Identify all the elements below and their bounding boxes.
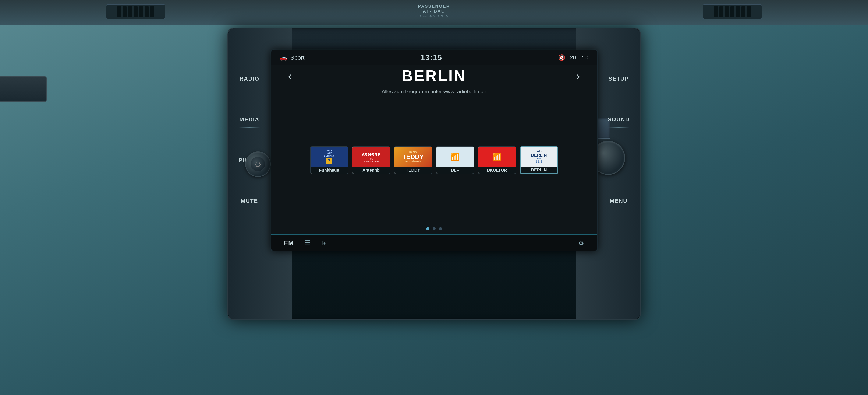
power-knob[interactable]: ⏻ bbox=[245, 151, 271, 177]
left-vent bbox=[106, 4, 165, 19]
teddy-label: TEDDY bbox=[395, 167, 432, 173]
preset-teddy[interactable]: RADIO TEDDY Das Familienradio TEDDY bbox=[394, 146, 432, 174]
sound-button[interactable]: SOUND bbox=[606, 114, 632, 129]
funkhaus-logo: FUNK HAUS EUROPA 7 bbox=[311, 147, 348, 167]
vent-slot bbox=[725, 6, 729, 17]
vent-slot bbox=[736, 6, 740, 17]
station-info-text: Alles zum Programm unter www.radioberlin… bbox=[382, 89, 487, 94]
list-view-icon[interactable]: ☰ bbox=[305, 239, 311, 247]
funkhaus-label: Funkhaus bbox=[311, 167, 348, 173]
preset-antennb[interactable]: antenne rbb BRANDENBURG Antennb bbox=[352, 146, 390, 174]
status-bar: 🚗 Sport 13:15 🔇 20.5 °C bbox=[271, 50, 597, 65]
right-vent bbox=[703, 4, 762, 19]
vent-slot bbox=[117, 6, 121, 17]
current-station-name: BERLIN bbox=[402, 67, 466, 84]
next-station-button[interactable]: › bbox=[572, 67, 584, 84]
dot-2[interactable] bbox=[433, 227, 436, 230]
right-button-panel: SETUP SOUND CAR MENU bbox=[602, 60, 636, 219]
dot-3[interactable] bbox=[439, 227, 442, 230]
divider bbox=[239, 87, 260, 87]
dkultur-label: DKULTUR bbox=[478, 167, 516, 173]
dlf-logo: 📶 bbox=[436, 147, 474, 167]
dot-1[interactable] bbox=[426, 227, 429, 230]
car-status-icon: 🚗 bbox=[280, 54, 287, 61]
left-button-panel: RADIO MEDIA ⏻ PHONE MUTE bbox=[232, 60, 267, 219]
preset-funkhaus[interactable]: FUNK HAUS EUROPA 7 Funkhaus bbox=[310, 146, 348, 174]
power-knob-inner[interactable]: ⏻ bbox=[251, 157, 266, 172]
status-right: 🔇 20.5 °C bbox=[558, 54, 588, 61]
teddy-logo: RADIO TEDDY Das Familienradio bbox=[395, 147, 432, 167]
preset-dkultur[interactable]: 📶 DKULTUR bbox=[478, 146, 516, 174]
airbag-label: PASSENGER AIR BAG OFF ⚙ ✕ ON ⊘ bbox=[418, 4, 450, 18]
volume-icon: 🔇 bbox=[558, 54, 565, 61]
toolbar-left: FM ☰ ⊞ bbox=[284, 239, 327, 247]
vent-slot bbox=[747, 6, 751, 17]
clock-display: 13:15 bbox=[421, 53, 442, 62]
preset-dlf[interactable]: 📶 DLF bbox=[436, 146, 474, 174]
prev-station-button[interactable]: ‹ bbox=[284, 67, 296, 84]
dkultur-logo: 📶 bbox=[478, 147, 516, 167]
radio-button[interactable]: RADIO bbox=[238, 74, 261, 88]
presets-area: FUNK HAUS EUROPA 7 Funkhaus antenne rbb … bbox=[271, 97, 597, 223]
presets-grid: FUNK HAUS EUROPA 7 Funkhaus antenne rbb … bbox=[310, 146, 558, 174]
vent-slot bbox=[730, 6, 735, 17]
divider bbox=[608, 87, 629, 87]
temperature-display: 20.5 °C bbox=[570, 54, 588, 61]
airbag-status: OFF ⚙ ✕ ON ⊘ bbox=[418, 15, 450, 18]
media-button[interactable]: MEDIA bbox=[238, 114, 261, 129]
mute-button[interactable]: MUTE bbox=[239, 196, 260, 206]
toolbar-right: ⚙ bbox=[578, 239, 584, 247]
antennb-logo: antenne rbb BRANDENBURG bbox=[352, 147, 390, 167]
vent-slot bbox=[139, 6, 143, 17]
band-selector[interactable]: FM bbox=[284, 239, 294, 247]
setup-button[interactable]: SETUP bbox=[606, 74, 631, 88]
vent-slot bbox=[714, 6, 718, 17]
screen-content: 🚗 Sport 13:15 🔇 20.5 °C ‹ BERLIN › Alles… bbox=[271, 50, 597, 251]
antennb-label: Antennb bbox=[352, 167, 390, 173]
settings-icon[interactable]: ⚙ bbox=[578, 239, 584, 247]
vent-slot bbox=[123, 6, 127, 17]
grid-view-icon[interactable]: ⊞ bbox=[321, 239, 327, 247]
berlin-logo: radio BERLIN rbb 88.8 bbox=[521, 147, 557, 167]
infotainment-screen: 🚗 Sport 13:15 🔇 20.5 °C ‹ BERLIN › Alles… bbox=[271, 50, 597, 251]
dlf-label: DLF bbox=[436, 167, 474, 173]
infotainment-unit: RADIO MEDIA ⏻ PHONE MUTE SETUP SOUND bbox=[227, 28, 641, 320]
vent-slot bbox=[145, 6, 149, 17]
top-dashboard-area: PASSENGER AIR BAG OFF ⚙ ✕ ON ⊘ bbox=[0, 0, 868, 25]
vent-slot bbox=[741, 6, 745, 17]
vent-slot bbox=[719, 6, 723, 17]
turn-signal-stalk bbox=[0, 76, 46, 102]
pagination-dots bbox=[271, 223, 597, 234]
preset-berlin[interactable]: radio BERLIN rbb 88.8 BERLIN bbox=[520, 146, 558, 174]
menu-button[interactable]: MENU bbox=[608, 196, 630, 206]
bottom-toolbar: FM ☰ ⊞ ⚙ bbox=[271, 235, 597, 251]
status-left: 🚗 Sport bbox=[280, 54, 305, 61]
divider bbox=[608, 127, 629, 128]
vent-slot bbox=[128, 6, 132, 17]
vent-slot bbox=[133, 6, 138, 17]
divider bbox=[239, 127, 260, 128]
berlin-label: BERLIN bbox=[521, 167, 557, 173]
vent-slot bbox=[150, 6, 154, 17]
drive-mode-label: Sport bbox=[290, 54, 305, 61]
power-icon: ⏻ bbox=[255, 161, 261, 168]
station-info-bar: Alles zum Programm unter www.radioberlin… bbox=[271, 86, 597, 97]
station-header: ‹ BERLIN › bbox=[271, 65, 597, 86]
